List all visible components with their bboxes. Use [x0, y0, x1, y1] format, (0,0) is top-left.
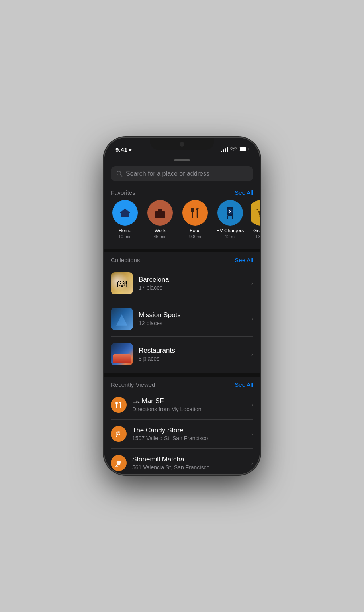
collection-thumb-restaurants — [111, 343, 133, 365]
battery-icon — [239, 147, 249, 153]
collections-see-all[interactable]: See All — [235, 257, 253, 263]
collection-info-restaurants: Restaurants 8 places — [139, 347, 246, 362]
favorite-sub-home: 10 min — [118, 234, 131, 239]
favorite-label-grocery: Groc… — [253, 228, 260, 233]
favorites-title: Favorites — [111, 189, 135, 196]
recent-info-candy: The Candy Store 1507 Vallejo St, San Fra… — [132, 426, 246, 441]
recently-viewed-see-all[interactable]: See All — [235, 381, 253, 388]
favorite-icon-home — [112, 200, 138, 226]
favorite-icon-food — [182, 200, 208, 226]
favorites-list[interactable]: Home 10 min Work 45 min — [104, 200, 260, 245]
recent-info-lamar: La Mar SF Directions from My Location — [132, 397, 246, 412]
wifi-icon — [230, 147, 237, 153]
favorite-item-food[interactable]: Food 9.8 mi — [181, 200, 209, 239]
favorite-item-ev[interactable]: EV Chargers 12 mi — [216, 200, 245, 239]
recent-name-matcha: Stonemill Matcha — [132, 455, 246, 463]
chevron-right-icon-4: › — [251, 401, 253, 408]
recently-viewed-header: Recently Viewed See All — [104, 380, 260, 392]
recent-item-matcha[interactable]: Stonemill Matcha 561 Valencia St, San Fr… — [104, 450, 260, 474]
collections-title: Collections — [111, 257, 140, 263]
recently-viewed-title: Recently Viewed — [111, 381, 155, 388]
favorite-label-work: Work — [155, 228, 166, 233]
svg-point-22 — [117, 434, 119, 435]
status-time: 9:41 ▶ — [115, 146, 132, 153]
favorite-item-work[interactable]: Work 45 min — [146, 200, 174, 239]
recent-sub-lamar: Directions from My Location — [132, 406, 246, 412]
time-display: 9:41 — [115, 146, 127, 153]
chevron-right-icon: › — [251, 280, 253, 287]
favorite-icon-ev — [217, 200, 243, 226]
collection-count-mission: 12 places — [139, 320, 246, 326]
status-icons — [221, 147, 249, 153]
chevron-right-icon-3: › — [251, 351, 253, 358]
recent-icon-matcha — [111, 455, 127, 471]
favorite-icon-grocery — [251, 200, 260, 226]
collection-count-barcelona: 17 places — [139, 284, 246, 291]
collection-name-restaurants: Restaurants — [139, 347, 246, 355]
recent-item-lamar[interactable]: La Mar SF Directions from My Location › — [104, 392, 260, 418]
favorite-label-ev: EV Chargers — [217, 228, 244, 233]
favorite-sub-work: 45 min — [153, 234, 166, 239]
favorite-sub-food: 9.8 mi — [189, 234, 201, 239]
recent-sub-matcha: 561 Valencia St, San Francisco — [132, 464, 246, 471]
recent-item-candy[interactable]: The Candy Store 1507 Vallejo St, San Fra… — [104, 421, 260, 447]
svg-line-3 — [121, 175, 122, 177]
search-bar[interactable]: Search for a place or address — [111, 166, 253, 181]
phone-screen: 9:41 ▶ — [104, 138, 260, 474]
recent-info-matcha: Stonemill Matcha 561 Valencia St, San Fr… — [132, 455, 246, 471]
notch — [150, 138, 214, 150]
collection-item-restaurants[interactable]: Restaurants 8 places › — [104, 338, 260, 370]
phone-frame: 9:41 ▶ — [104, 138, 260, 474]
svg-point-16 — [259, 215, 260, 217]
collection-name-mission: Mission Spots — [139, 311, 246, 319]
chevron-right-icon-5: › — [251, 430, 253, 437]
collection-info-mission: Mission Spots 12 places — [139, 311, 246, 326]
location-arrow-icon: ▶ — [129, 147, 132, 152]
signal-strength-icon — [221, 147, 228, 152]
recent-name-lamar: La Mar SF — [132, 397, 246, 405]
favorites-see-all[interactable]: See All — [235, 189, 253, 196]
divider-4 — [111, 448, 253, 449]
favorite-icon-work — [147, 200, 173, 226]
section-separator-2 — [104, 373, 260, 377]
favorite-sub-ev: 12 mi — [225, 234, 236, 239]
chevron-right-icon-6: › — [251, 459, 253, 467]
collection-thumb-mission — [111, 308, 133, 330]
favorite-item-grocery[interactable]: Groc… 13 mi — [251, 200, 260, 239]
favorite-label-food: Food — [190, 228, 200, 233]
divider-3 — [111, 419, 253, 420]
collection-count-restaurants: 8 places — [139, 355, 246, 362]
search-placeholder: Search for a place or address — [126, 170, 209, 177]
recent-icon-lamar — [111, 397, 127, 413]
chevron-right-icon-2: › — [251, 315, 253, 322]
main-content[interactable]: Search for a place or address Favorites … — [104, 155, 260, 474]
svg-point-23 — [119, 434, 120, 435]
svg-rect-1 — [240, 147, 246, 151]
divider-2 — [111, 336, 253, 337]
collection-name-barcelona: Barcelona — [139, 276, 246, 284]
collection-item-mission[interactable]: Mission Spots 12 places › — [104, 303, 260, 335]
pull-handle — [174, 159, 190, 161]
favorites-header: Favorites See All — [104, 188, 260, 200]
favorite-label-home: Home — [119, 228, 131, 233]
section-separator-1 — [104, 249, 260, 252]
recent-icon-candy — [111, 426, 127, 442]
favorite-sub-grocery: 13 mi — [256, 234, 260, 239]
collections-header: Collections See All — [104, 255, 260, 267]
recent-sub-candy: 1507 Vallejo St, San Francisco — [132, 435, 246, 441]
collection-item-barcelona[interactable]: Barcelona 17 places › — [104, 267, 260, 299]
svg-rect-6 — [158, 209, 162, 212]
recent-name-candy: The Candy Store — [132, 426, 246, 434]
collection-thumb-barcelona — [111, 272, 133, 294]
divider-1 — [111, 301, 253, 301]
search-icon — [116, 171, 123, 177]
favorite-item-home[interactable]: Home 10 min — [111, 200, 139, 239]
collection-info-barcelona: Barcelona 17 places — [139, 276, 246, 291]
